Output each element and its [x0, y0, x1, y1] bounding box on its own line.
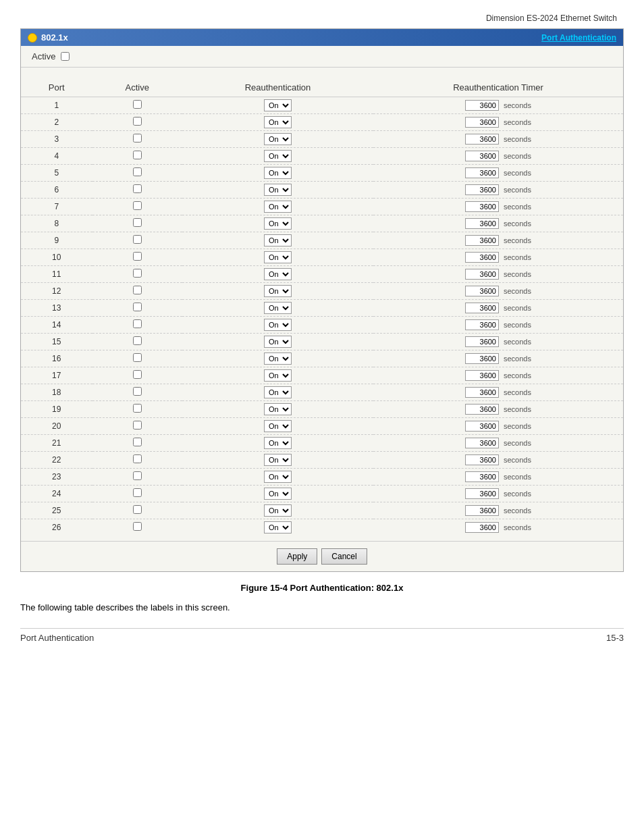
reauth-cell[interactable]: OnOff	[182, 215, 373, 232]
timer-input[interactable]	[465, 252, 499, 263]
reauth-cell[interactable]: OnOff	[182, 435, 373, 452]
reauth-cell[interactable]: OnOff	[182, 114, 373, 131]
timer-cell[interactable]: seconds	[373, 452, 623, 469]
reauth-cell[interactable]: OnOff	[182, 249, 373, 266]
reauth-select[interactable]: OnOff	[264, 488, 292, 500]
reauth-cell[interactable]: OnOff	[182, 182, 373, 199]
timer-input[interactable]	[465, 134, 499, 145]
active-port-checkbox[interactable]	[133, 336, 142, 345]
reauth-select[interactable]: OnOff	[264, 437, 292, 449]
reauth-cell[interactable]: OnOff	[182, 350, 373, 367]
reauth-select[interactable]: OnOff	[264, 386, 292, 398]
reauth-select[interactable]: OnOff	[264, 302, 292, 314]
timer-cell[interactable]: seconds	[373, 232, 623, 249]
timer-input[interactable]	[465, 303, 499, 313]
timer-input[interactable]	[465, 100, 499, 111]
reauth-select[interactable]: OnOff	[264, 403, 292, 415]
timer-input[interactable]	[465, 505, 499, 516]
active-port-checkbox[interactable]	[133, 218, 142, 227]
active-cell[interactable]	[92, 469, 182, 486]
timer-input[interactable]	[465, 387, 499, 398]
active-cell[interactable]	[92, 486, 182, 502]
reauth-select[interactable]: OnOff	[264, 420, 292, 432]
active-cell[interactable]	[92, 148, 182, 165]
timer-cell[interactable]: seconds	[373, 350, 623, 367]
reauth-cell[interactable]: OnOff	[182, 165, 373, 182]
reauth-cell[interactable]: OnOff	[182, 384, 373, 401]
active-port-checkbox[interactable]	[133, 269, 142, 278]
active-port-checkbox[interactable]	[133, 505, 142, 514]
active-cell[interactable]	[92, 334, 182, 350]
timer-cell[interactable]: seconds	[373, 519, 623, 536]
timer-input[interactable]	[465, 438, 499, 448]
reauth-cell[interactable]: OnOff	[182, 283, 373, 300]
reauth-cell[interactable]: OnOff	[182, 401, 373, 418]
timer-cell[interactable]: seconds	[373, 131, 623, 148]
timer-input[interactable]	[465, 286, 499, 296]
timer-cell[interactable]: seconds	[373, 199, 623, 215]
apply-button[interactable]: Apply	[277, 548, 317, 565]
timer-input[interactable]	[465, 167, 499, 178]
active-port-checkbox[interactable]	[133, 353, 142, 362]
active-port-checkbox[interactable]	[133, 454, 142, 463]
reauth-cell[interactable]: OnOff	[182, 148, 373, 165]
timer-input[interactable]	[465, 454, 499, 465]
reauth-select[interactable]: OnOff	[264, 150, 292, 162]
timer-cell[interactable]: seconds	[373, 367, 623, 384]
reauth-select[interactable]: OnOff	[264, 251, 292, 263]
reauth-cell[interactable]: OnOff	[182, 519, 373, 536]
timer-cell[interactable]: seconds	[373, 215, 623, 232]
reauth-cell[interactable]: OnOff	[182, 131, 373, 148]
reauth-cell[interactable]: OnOff	[182, 300, 373, 317]
active-cell[interactable]	[92, 249, 182, 266]
reauth-select[interactable]: OnOff	[264, 99, 292, 111]
active-cell[interactable]	[92, 384, 182, 401]
timer-input[interactable]	[465, 370, 499, 381]
active-port-checkbox[interactable]	[133, 252, 142, 261]
active-cell[interactable]	[92, 350, 182, 367]
active-port-checkbox[interactable]	[133, 151, 142, 159]
reauth-cell[interactable]: OnOff	[182, 199, 373, 215]
reauth-select[interactable]: OnOff	[264, 521, 292, 533]
timer-input[interactable]	[465, 353, 499, 364]
active-cell[interactable]	[92, 418, 182, 435]
active-cell[interactable]	[92, 435, 182, 452]
reauth-select[interactable]: OnOff	[264, 167, 292, 179]
timer-input[interactable]	[465, 471, 499, 482]
reauth-select[interactable]: OnOff	[264, 319, 292, 331]
timer-cell[interactable]: seconds	[373, 165, 623, 182]
reauth-select[interactable]: OnOff	[264, 471, 292, 483]
reauth-select[interactable]: OnOff	[264, 234, 292, 246]
reauth-select[interactable]: OnOff	[264, 116, 292, 128]
timer-cell[interactable]: seconds	[373, 334, 623, 350]
active-port-checkbox[interactable]	[133, 421, 142, 429]
active-cell[interactable]	[92, 452, 182, 469]
reauth-select[interactable]: OnOff	[264, 184, 292, 196]
timer-input[interactable]	[465, 522, 499, 533]
active-port-checkbox[interactable]	[133, 488, 142, 497]
timer-cell[interactable]: seconds	[373, 266, 623, 283]
reauth-select[interactable]: OnOff	[264, 133, 292, 145]
active-port-checkbox[interactable]	[133, 471, 142, 480]
active-port-checkbox[interactable]	[133, 167, 142, 176]
timer-input[interactable]	[465, 269, 499, 280]
active-cell[interactable]	[92, 367, 182, 384]
reauth-select[interactable]: OnOff	[264, 285, 292, 297]
timer-cell[interactable]: seconds	[373, 182, 623, 199]
active-cell[interactable]	[92, 114, 182, 131]
active-cell[interactable]	[92, 300, 182, 317]
cancel-button[interactable]: Cancel	[321, 548, 367, 565]
active-port-checkbox[interactable]	[133, 134, 142, 142]
reauth-cell[interactable]: OnOff	[182, 418, 373, 435]
active-port-checkbox[interactable]	[133, 387, 142, 396]
active-port-checkbox[interactable]	[133, 404, 142, 413]
timer-input[interactable]	[465, 201, 499, 212]
timer-cell[interactable]: seconds	[373, 300, 623, 317]
active-cell[interactable]	[92, 199, 182, 215]
reauth-select[interactable]: OnOff	[264, 353, 292, 365]
timer-input[interactable]	[465, 184, 499, 195]
active-port-checkbox[interactable]	[133, 303, 142, 311]
timer-cell[interactable]: seconds	[373, 401, 623, 418]
active-cell[interactable]	[92, 165, 182, 182]
reauth-cell[interactable]: OnOff	[182, 317, 373, 334]
